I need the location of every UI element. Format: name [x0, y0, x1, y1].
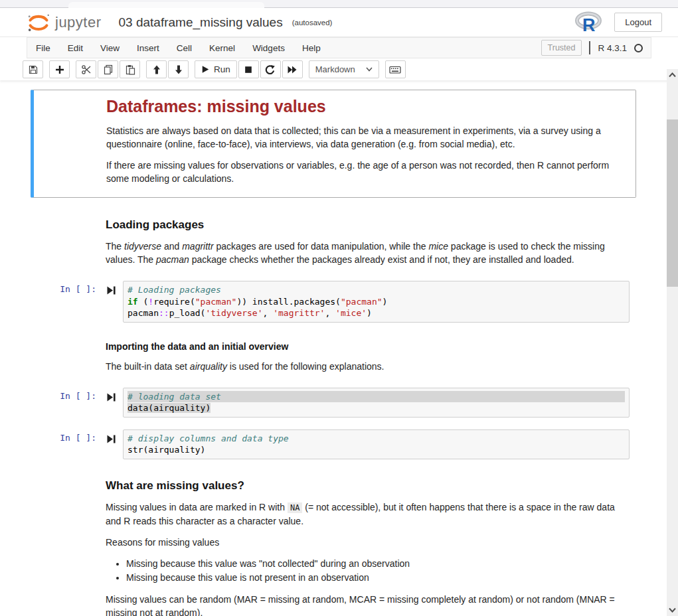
markdown-cell[interactable]: Dataframes: missing valuesStatistics are…	[31, 90, 636, 198]
code-token: "pacman"	[341, 297, 382, 307]
jupyter-planet-icon	[27, 12, 50, 33]
input-prompt: In [ ]:	[31, 281, 100, 294]
menu-help[interactable]: Help	[294, 38, 329, 58]
code-token: require(	[153, 297, 195, 307]
toolbar: Run Markdown	[0, 58, 678, 80]
emphasized-text: magrittr	[182, 241, 213, 252]
interrupt-kernel-button[interactable]	[238, 60, 259, 78]
text-run: and	[161, 241, 182, 252]
notebook-cells: Dataframes: missing valuesStatistics are…	[0, 80, 678, 616]
arrow-down-icon	[173, 64, 184, 75]
md-paragraph: The built-in data set airquality is used…	[106, 360, 630, 373]
code-token: !	[148, 297, 153, 307]
text-run: The built-in data set	[106, 361, 190, 372]
scroll-down-button[interactable]	[667, 604, 678, 616]
cell-type-select[interactable]: Markdown	[309, 60, 379, 78]
paste-icon	[125, 64, 135, 75]
run-this-cell-button[interactable]	[100, 388, 123, 402]
keyboard-icon	[389, 64, 401, 75]
browser-active-tab	[68, 2, 264, 8]
kernel-name: R 4.3.1	[598, 43, 627, 53]
code-cell[interactable]: In [ ]:# Loading packagesif (!require("p…	[0, 275, 678, 329]
markdown-body: Loading packagesThe tidyverse and magrit…	[31, 218, 630, 266]
md-paragraph: The tidyverse and magrittr packages are …	[106, 240, 630, 266]
code-token: # Loading packages	[127, 285, 221, 295]
markdown-cell[interactable]: Importing the data and an initial overvi…	[0, 329, 678, 382]
menu-insert[interactable]: Insert	[128, 38, 168, 58]
text-run: Missing values can be random (MAR = miss…	[106, 594, 615, 616]
code-cell[interactable]: In [ ]:# display columns and data typest…	[0, 424, 678, 465]
code-token: pacman	[127, 308, 159, 318]
stop-icon	[244, 65, 253, 74]
code-token: ,	[325, 308, 335, 318]
restart-icon	[265, 64, 276, 75]
code-token: str(airquality)	[127, 445, 205, 455]
vertical-scrollbar[interactable]	[667, 69, 678, 616]
code-token: )	[367, 308, 372, 318]
code-token: "pacman"	[195, 297, 237, 307]
text-run: If there are missing values for observat…	[106, 160, 609, 184]
md-heading: Importing the data and an initial overvi…	[106, 341, 630, 352]
insert-cell-below-button[interactable]	[49, 60, 70, 78]
header-right: R Logout	[573, 11, 662, 34]
run-button[interactable]: Run	[195, 60, 237, 78]
checkpoint-status: (autosaved)	[292, 19, 333, 27]
code-token: data(airquality)	[127, 403, 211, 413]
text-run: Missing because this value was "not coll…	[126, 558, 410, 569]
code-token: (	[138, 297, 149, 307]
emphasized-text: mice	[428, 241, 448, 252]
fast-forward-icon	[287, 64, 297, 75]
jupyter-logo[interactable]: jupyter	[27, 12, 102, 33]
menu-file[interactable]: File	[27, 38, 59, 58]
move-cell-down-button[interactable]	[168, 60, 189, 78]
markdown-cell[interactable]: What are missing values?Missing values i…	[0, 465, 678, 616]
restart-run-all-button[interactable]	[282, 60, 303, 78]
kernel-divider	[589, 41, 590, 54]
run-this-cell-button[interactable]	[100, 281, 123, 295]
save-button[interactable]	[23, 60, 43, 78]
code-line: pacman::p_load('tidyverse', 'magrittr', …	[127, 307, 625, 319]
code-line: # loading data set	[127, 391, 625, 403]
paste-cells-button[interactable]	[120, 60, 140, 78]
r-logo-icon: R	[573, 11, 604, 34]
cut-cells-button[interactable]	[76, 60, 96, 78]
move-cell-up-button[interactable]	[146, 60, 167, 78]
notebook-title[interactable]: 03 dataframe_missing values	[119, 15, 283, 30]
text-run: Importing the data and an initial overvi…	[106, 341, 288, 352]
code-editor[interactable]: # loading data setdata(airquality)	[123, 388, 630, 418]
chevron-down-icon	[366, 67, 373, 72]
code-editor[interactable]: # display columns and data typestr(airqu…	[123, 429, 630, 459]
menu-widgets[interactable]: Widgets	[244, 38, 294, 58]
run-this-cell-button[interactable]	[100, 429, 123, 444]
copy-cells-button[interactable]	[98, 60, 118, 78]
notebook-container: Dataframes: missing valuesStatistics are…	[0, 80, 678, 616]
logout-button[interactable]: Logout	[614, 13, 662, 32]
markdown-body: Importing the data and an initial overvi…	[31, 341, 630, 373]
scrollbar-thumb[interactable]	[667, 119, 678, 287]
text-run: What are missing values?	[106, 479, 244, 492]
emphasized-text: airquality	[190, 361, 227, 372]
trusted-badge[interactable]: Trusted	[541, 40, 582, 56]
menu-cell[interactable]: Cell	[168, 38, 201, 58]
arrow-up-icon	[151, 64, 162, 75]
command-palette-button[interactable]	[385, 60, 406, 78]
chevron-up-icon	[669, 72, 676, 78]
notebook-header: jupyter 03 dataframe_missing values (aut…	[0, 8, 678, 37]
scroll-up-button[interactable]	[667, 69, 678, 81]
md-heading: What are missing values?	[106, 479, 630, 493]
menu-view[interactable]: View	[92, 38, 128, 58]
inline-code: NA	[288, 502, 302, 513]
run-this-cell-icon	[106, 392, 116, 402]
menu-kernel[interactable]: Kernel	[201, 38, 244, 58]
run-this-cell-icon	[106, 434, 116, 444]
input-prompt: In [ ]:	[31, 429, 100, 443]
code-token: 'tidyverse'	[205, 308, 262, 318]
markdown-cell[interactable]: Loading packagesThe tidyverse and magrit…	[0, 204, 678, 275]
restart-kernel-button[interactable]	[260, 60, 281, 78]
md-paragraph: Missing values in data are marked in R w…	[106, 501, 630, 528]
code-cell[interactable]: In [ ]:# loading data setdata(airquality…	[0, 382, 678, 424]
code-editor[interactable]: # Loading packagesif (!require("pacman")…	[123, 281, 630, 323]
menu-edit[interactable]: Edit	[59, 38, 92, 58]
cut-icon	[81, 64, 92, 75]
text-run: The	[106, 241, 124, 252]
